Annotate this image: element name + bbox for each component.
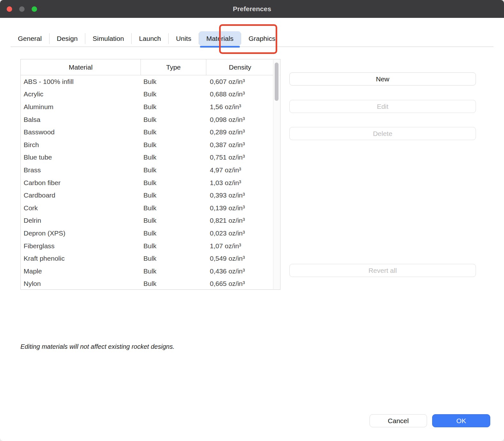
cell-material: Birch	[21, 141, 141, 149]
cell-type: Bulk	[141, 267, 206, 275]
ok-button[interactable]: OK	[432, 414, 490, 427]
cell-material: Aluminum	[21, 103, 141, 111]
cell-density: 0,023 oz/in³	[206, 229, 280, 237]
table-row[interactable]: AluminumBulk1,56 oz/in³	[21, 101, 280, 113]
table-scrollbar[interactable]	[273, 60, 280, 289]
cell-density: 4,97 oz/in³	[206, 166, 280, 174]
traffic-lights	[7, 0, 37, 18]
tab-simulation[interactable]: Simulation	[85, 31, 131, 46]
cell-density: 0,607 oz/in³	[206, 78, 280, 86]
delete-button[interactable]: Delete	[289, 127, 476, 140]
cancel-button[interactable]: Cancel	[370, 414, 427, 427]
cell-density: 1,56 oz/in³	[206, 103, 280, 111]
revert-all-button[interactable]: Revert all	[289, 264, 476, 277]
table-header: Material Type Density	[21, 59, 280, 75]
materials-table: Material Type Density ABS - 100% infillB…	[20, 59, 280, 290]
cell-type: Bulk	[141, 255, 206, 262]
cell-density: 0,665 oz/in³	[206, 280, 280, 288]
column-header-type[interactable]: Type	[141, 59, 206, 75]
table-row[interactable]: Kraft phenolicBulk0,549 oz/in³	[21, 252, 280, 265]
cell-material: ABS - 100% infill	[21, 78, 141, 86]
edit-button[interactable]: Edit	[289, 100, 476, 113]
cell-type: Bulk	[141, 280, 206, 288]
cell-density: 1,03 oz/in³	[206, 179, 280, 187]
cell-material: Nylon	[21, 280, 141, 288]
zoom-button[interactable]	[32, 6, 37, 12]
cell-density: 0,289 oz/in³	[206, 128, 280, 136]
column-header-density[interactable]: Density	[206, 59, 280, 75]
table-row[interactable]: FiberglassBulk1,07 oz/in³	[21, 240, 280, 252]
table-row[interactable]: BrassBulk4,97 oz/in³	[21, 164, 280, 176]
cell-density: 0,688 oz/in³	[206, 90, 280, 98]
table-row[interactable]: CardboardBulk0,393 oz/in³	[21, 189, 280, 202]
column-header-material[interactable]: Material	[21, 59, 141, 75]
preferences-window: Preferences GeneralDesignSimulationLaunc…	[0, 0, 504, 441]
cell-material: Brass	[21, 166, 141, 174]
table-row[interactable]: ABS - 100% infillBulk0,607 oz/in³	[21, 75, 280, 88]
cell-material: Carbon fiber	[21, 179, 141, 187]
cell-density: 0,549 oz/in³	[206, 255, 280, 262]
window-title: Preferences	[233, 5, 271, 13]
cell-material: Maple	[21, 267, 141, 275]
cell-material: Depron (XPS)	[21, 229, 141, 237]
minimize-button[interactable]	[19, 6, 25, 12]
cell-material: Fiberglass	[21, 242, 141, 250]
cell-type: Bulk	[141, 242, 206, 250]
cell-density: 0,098 oz/in³	[206, 116, 280, 123]
table-row[interactable]: MapleBulk0,436 oz/in³	[21, 265, 280, 278]
cell-material: Cardboard	[21, 191, 141, 199]
tab-general[interactable]: General	[11, 31, 49, 46]
cell-type: Bulk	[141, 78, 206, 86]
tab-launch[interactable]: Launch	[132, 31, 168, 46]
cell-density: 1,07 oz/in³	[206, 242, 280, 250]
cell-type: Bulk	[141, 103, 206, 111]
close-button[interactable]	[7, 6, 12, 12]
cell-type: Bulk	[141, 90, 206, 98]
scrollbar-thumb[interactable]	[275, 63, 279, 101]
cell-type: Bulk	[141, 116, 206, 123]
table-row[interactable]: DelrinBulk0,821 oz/in³	[21, 214, 280, 227]
cell-material: Kraft phenolic	[21, 255, 141, 262]
tab-bar: GeneralDesignSimulationLaunchUnitsMateri…	[11, 30, 493, 47]
cell-material: Delrin	[21, 217, 141, 224]
table-row[interactable]: BalsaBulk0,098 oz/in³	[21, 113, 280, 126]
table-row[interactable]: NylonBulk0,665 oz/in³	[21, 278, 280, 290]
cell-material: Balsa	[21, 116, 141, 123]
table-row[interactable]: AcrylicBulk0,688 oz/in³	[21, 88, 280, 101]
cell-type: Bulk	[141, 217, 206, 224]
cell-type: Bulk	[141, 229, 206, 237]
cell-density: 0,821 oz/in³	[206, 217, 280, 224]
cell-material: Basswood	[21, 128, 141, 136]
cell-type: Bulk	[141, 166, 206, 174]
cell-type: Bulk	[141, 179, 206, 187]
cell-density: 0,751 oz/in³	[206, 153, 280, 161]
cell-density: 0,387 oz/in³	[206, 141, 280, 149]
new-button[interactable]: New	[289, 72, 476, 86]
cell-type: Bulk	[141, 141, 206, 149]
cell-type: Bulk	[141, 191, 206, 199]
footer-note: Editing materials will not affect existi…	[20, 343, 174, 350]
cell-density: 0,436 oz/in³	[206, 267, 280, 275]
tab-materials[interactable]: Materials	[199, 31, 241, 46]
cell-type: Bulk	[141, 204, 206, 212]
cell-density: 0,139 oz/in³	[206, 204, 280, 212]
cell-material: Acrylic	[21, 90, 141, 98]
cell-material: Blue tube	[21, 153, 141, 161]
tab-graphics[interactable]: Graphics	[241, 31, 283, 46]
tab-design[interactable]: Design	[50, 31, 85, 46]
cell-type: Bulk	[141, 153, 206, 161]
cell-type: Bulk	[141, 128, 206, 136]
tab-units[interactable]: Units	[169, 31, 199, 46]
table-row[interactable]: Depron (XPS)Bulk0,023 oz/in³	[21, 227, 280, 240]
table-row[interactable]: Blue tubeBulk0,751 oz/in³	[21, 151, 280, 164]
table-row[interactable]: BasswoodBulk0,289 oz/in³	[21, 126, 280, 138]
title-bar: Preferences	[0, 0, 504, 18]
cell-material: Cork	[21, 204, 141, 212]
table-row[interactable]: CorkBulk0,139 oz/in³	[21, 202, 280, 214]
table-row[interactable]: BirchBulk0,387 oz/in³	[21, 138, 280, 151]
cell-density: 0,393 oz/in³	[206, 191, 280, 199]
table-row[interactable]: Carbon fiberBulk1,03 oz/in³	[21, 176, 280, 189]
table-body: ABS - 100% infillBulk0,607 oz/in³Acrylic…	[21, 75, 280, 289]
